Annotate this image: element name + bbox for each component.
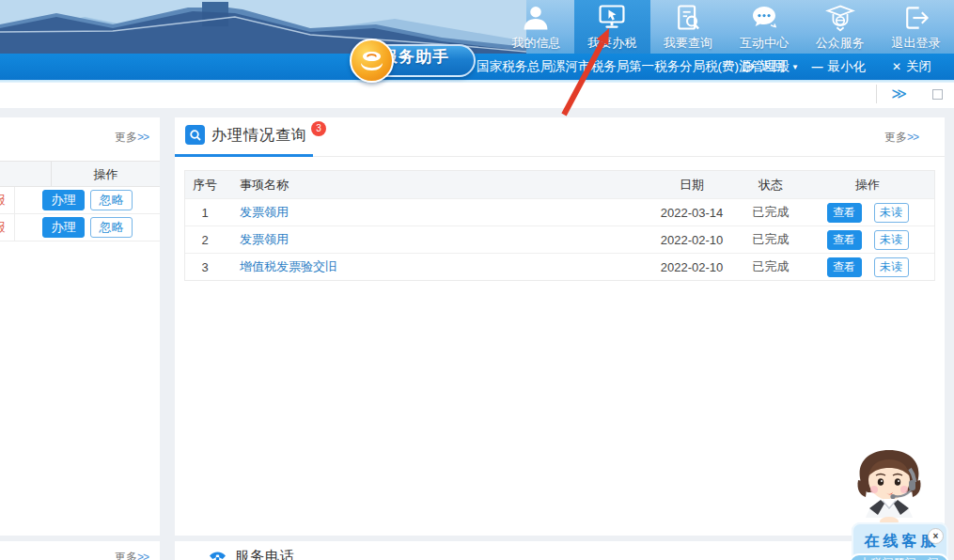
status-panel-header: 办理情况查询 3 更多>> [175, 117, 945, 157]
row-date: 2022-02-10 [643, 260, 741, 274]
title-underline [175, 154, 313, 157]
window-controls: 返回 — 最小化 ✕ 关闭 [742, 54, 931, 80]
nav-label: 互动中心 [740, 35, 789, 52]
minimize-button[interactable]: — 最小化 [811, 58, 866, 75]
search-icon [185, 125, 205, 145]
service-assistant-widget[interactable]: 服务助手 [350, 41, 476, 81]
todo-op-header: 操作 [52, 162, 160, 186]
top-nav: 我的信息 我要办税 我要查询 互动中心 公众服务 退出登录 [498, 0, 954, 54]
nav-label: 退出登录 [892, 35, 941, 52]
todo-row: 报 办理 忽略 [0, 214, 160, 241]
bottom-more-link[interactable]: 更多>> [115, 550, 149, 560]
col-op: 操作 [801, 177, 934, 194]
strip-divider [876, 85, 877, 103]
item-link[interactable]: 增值税发票验交旧 [240, 259, 337, 273]
todo-row-name-clipped: 报 [0, 214, 15, 241]
col-name: 事项名称 [225, 177, 643, 194]
row-status: 已完成 [741, 258, 801, 275]
view-button[interactable]: 查看 [827, 203, 862, 223]
ignore-button[interactable]: 忽略 [90, 190, 133, 210]
todo-row-actions: 办理 忽略 [15, 190, 160, 210]
row-no: 3 [185, 260, 225, 274]
status-table: 序号 事项名称 日期 状态 操作 1 发票领用 2022-03-14 已完成 查… [184, 170, 935, 281]
cs-question-pill[interactable]: 办税问题问一问 [849, 553, 949, 560]
nav-label: 我要查询 [664, 35, 712, 52]
nav-public-service[interactable]: 公众服务 [802, 0, 878, 54]
document-search-icon [673, 3, 703, 33]
handle-button[interactable]: 办理 [42, 217, 85, 238]
clipped-item-text: 报 [0, 192, 6, 209]
cs-close-icon[interactable]: × [928, 528, 944, 544]
handle-button[interactable]: 办理 [42, 190, 85, 210]
graduate-icon [825, 3, 855, 33]
close-button[interactable]: ✕ 关闭 [892, 58, 931, 75]
unread-button[interactable]: 未读 [874, 203, 909, 223]
more-arrows: >> [137, 551, 149, 560]
back-label: 返回 [759, 58, 785, 75]
todo-row: 报 办理 忽略 [0, 187, 160, 214]
unread-button[interactable]: 未读 [874, 230, 909, 250]
more-text: 更多 [115, 131, 137, 144]
view-button[interactable]: 查看 [827, 257, 862, 277]
phone-panel-title: 服务电话 [235, 548, 295, 560]
more-text: 更多 [115, 551, 137, 560]
back-icon [742, 60, 755, 73]
row-no: 2 [185, 233, 225, 247]
user-icon [521, 3, 551, 33]
logout-icon [901, 3, 931, 33]
todo-table: 操作 报 办理 忽略 报 办理 忽略 [0, 161, 160, 241]
window-box-icon[interactable] [932, 89, 943, 100]
nav-query[interactable]: 我要查询 [650, 0, 727, 54]
row-status: 已完成 [741, 231, 801, 248]
minimize-icon: — [811, 60, 822, 73]
todo-row-actions: 办理 忽略 [15, 217, 160, 238]
clipped-item-text: 报 [0, 219, 6, 236]
collapse-strip: ≫ [0, 80, 954, 108]
status-table-header: 序号 事项名称 日期 状态 操作 [185, 171, 934, 198]
back-button[interactable]: 返回 [742, 58, 785, 75]
row-date: 2022-02-10 [643, 233, 741, 247]
todo-more-link[interactable]: 更多>> [115, 130, 149, 146]
row-date: 2022-03-14 [643, 206, 741, 220]
todo-header-spacer [0, 162, 52, 186]
service-phone-panel: 服务电话 [175, 541, 945, 560]
more-arrows: >> [137, 131, 149, 144]
row-status: 已完成 [741, 204, 801, 221]
status-query-panel: 办理情况查询 3 更多>> 序号 事项名称 日期 状态 操作 1 发票领用 20… [175, 117, 945, 536]
item-link[interactable]: 发票领用 [240, 232, 289, 246]
monitor-cursor-icon [597, 3, 627, 33]
table-row: 1 发票领用 2022-03-14 已完成 查看 未读 [185, 198, 934, 226]
assistant-label: 服务助手 [382, 41, 508, 74]
todo-table-header: 操作 [0, 161, 160, 187]
expand-chevrons-icon[interactable]: ≫ [891, 85, 907, 102]
count-badge: 3 [311, 121, 326, 136]
col-no: 序号 [185, 177, 225, 194]
content-area: 更多>> 操作 报 办理 忽略 报 办理 忽略 [0, 108, 954, 560]
more-arrows: >> [907, 131, 918, 144]
more-text: 更多 [884, 131, 907, 144]
todo-row-name-clipped: 报 [0, 187, 15, 213]
chat-bubble-icon [749, 3, 779, 33]
table-row: 2 发票领用 2022-02-10 已完成 查看 未读 [185, 226, 934, 253]
nav-label: 公众服务 [816, 35, 865, 52]
table-row: 3 增值税发票验交旧 2022-02-10 已完成 查看 未读 [185, 253, 934, 280]
unread-button[interactable]: 未读 [874, 257, 909, 277]
todo-panel: 更多>> 操作 报 办理 忽略 报 办理 忽略 [0, 117, 160, 536]
service-phone-header: 服务电话 [209, 548, 295, 560]
nav-my-info[interactable]: 我的信息 [498, 0, 574, 54]
col-date: 日期 [643, 177, 741, 194]
nav-label: 我要办税 [587, 35, 636, 52]
minimize-label: 最小化 [827, 58, 866, 75]
nav-logout[interactable]: 退出登录 [878, 0, 954, 54]
close-icon: ✕ [892, 60, 901, 73]
nav-tax-handling[interactable]: 我要办税 [574, 0, 650, 54]
status-more-link[interactable]: 更多>> [884, 130, 918, 146]
item-link[interactable]: 发票领用 [240, 205, 289, 219]
nav-interaction-center[interactable]: 互动中心 [726, 0, 802, 54]
customer-service-avatar[interactable] [841, 443, 937, 531]
ignore-button[interactable]: 忽略 [90, 217, 133, 238]
bottom-left-panel: 更多>> [0, 541, 160, 560]
row-no: 1 [185, 206, 225, 220]
nav-label: 我的信息 [511, 35, 560, 52]
view-button[interactable]: 查看 [827, 230, 862, 250]
